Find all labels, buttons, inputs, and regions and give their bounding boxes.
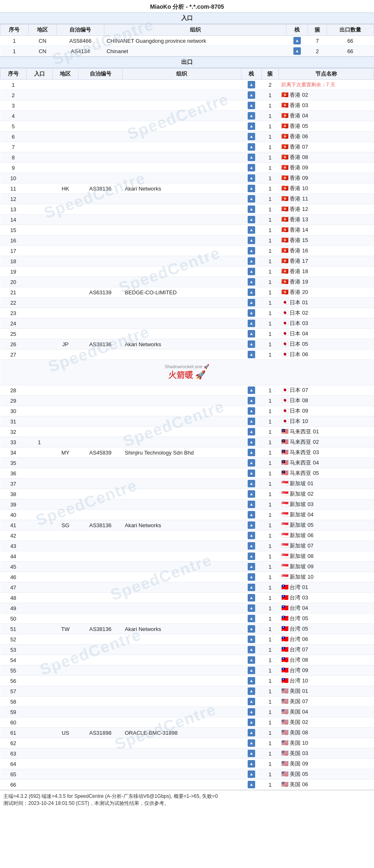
flag-icon: 🇭🇰: [281, 102, 288, 108]
flag-icon: 🇲🇾: [281, 459, 288, 466]
exit-table: 序号 入口 地区 自治编号 组织 栈 簇 节点名称 1 ▲ 2 距离下次重置剩余…: [0, 68, 374, 790]
flag-icon: 🇭🇰: [281, 185, 288, 191]
flag-icon: 🇯🇵: [281, 407, 288, 414]
exit-cell-entry: [26, 152, 52, 163]
exit-cell-region: [52, 427, 79, 437]
exit-cell-org: [122, 634, 241, 645]
exit-cell-nodename: 🇯🇵 日本 02: [279, 308, 374, 318]
flag-icon: 🇲🇾: [281, 449, 288, 455]
exit-cell-region: [52, 215, 79, 225]
exit-cell-nodename: 🇭🇰 香港 17: [279, 256, 374, 267]
exit-cell-region: [52, 121, 79, 132]
exit-cell-cluster: 1: [261, 267, 279, 277]
exit-cell-asn: [79, 173, 122, 183]
exit-cell-cluster: 1: [261, 707, 279, 717]
exit-cell-stack: ▲: [241, 748, 261, 759]
exit-cell-asn: [79, 152, 122, 163]
exit-cell-stack: ▲: [241, 665, 261, 676]
exit-cell-org: [122, 665, 241, 676]
exit-cell-entry: [26, 111, 52, 121]
exit-cell-stack: ▲: [241, 329, 261, 339]
exit-cell-asn: [79, 686, 122, 697]
stack-icon: ▲: [248, 418, 255, 425]
exit-cell-stack: ▲: [241, 489, 261, 499]
flag-icon: 🇭🇰: [281, 289, 288, 295]
exit-table-row: 59 ▲ 1 🇺🇸 美国 04: [0, 707, 374, 717]
exit-table-row: 61 US AS31898 ORACLE-BMC-31898 ▲ 1 🇺🇸 美国…: [0, 728, 374, 738]
flag-icon: 🇹🇼: [281, 625, 288, 632]
exit-cell-stack: ▲: [241, 614, 261, 624]
flag-icon: 🇲🇾: [281, 438, 288, 445]
stack-icon: ▲: [248, 604, 255, 612]
flag-icon: 🇺🇸: [281, 760, 288, 767]
flag-icon: 🇭🇰: [281, 278, 288, 285]
exit-cell-stack: ▲: [241, 339, 261, 350]
exit-cell-asn: AS38136: [79, 624, 122, 634]
exit-cell-region: [52, 318, 79, 329]
exit-cell-cluster: 1: [261, 614, 279, 624]
entry-col-org: 组织: [104, 24, 286, 36]
stack-icon: ▲: [248, 729, 255, 736]
exit-cell-org: [122, 350, 241, 360]
exit-table-row: 24 ▲ 1 🇯🇵 日本 03: [0, 318, 374, 329]
exit-cell-cluster: 1: [261, 717, 279, 728]
exit-cell-seq: 16: [0, 235, 27, 246]
exit-cell-asn: [79, 277, 122, 287]
exit-table-row: 63 ▲ 1 🇺🇸 美国 03: [0, 748, 374, 759]
exit-cell-seq: 44: [0, 551, 27, 562]
exit-cell-seq: 65: [0, 769, 27, 780]
exit-table-row: 34 MY AS45839 Shinjiru Technology Sdn Bh…: [0, 447, 374, 458]
exit-cell-seq: 63: [0, 748, 27, 759]
entry-cell-stack: ▲: [286, 36, 308, 46]
exit-table-row: 4 ▲ 1 🇭🇰 香港 04: [0, 111, 374, 121]
exit-cell-entry: [26, 728, 52, 738]
exit-cell-entry: [26, 385, 52, 396]
exit-cell-region: [52, 479, 79, 489]
flag-icon: 🇸🇬: [281, 501, 288, 507]
stack-icon: ▲: [248, 521, 255, 529]
exit-cell-seq: 58: [0, 697, 27, 707]
flag-icon: 🇭🇰: [281, 268, 288, 274]
exit-cell-org: [122, 437, 241, 447]
exit-cell-asn: [79, 707, 122, 717]
exit-cell-asn: AS31898: [79, 728, 122, 738]
exit-cell-entry: [26, 717, 52, 728]
exit-cell-org: [122, 152, 241, 163]
exit-cell-stack: ▲: [241, 90, 261, 100]
exit-cell-stack: ▲: [241, 520, 261, 531]
exit-cell-org: [122, 406, 241, 416]
exit-table-row: 65 ▲ 1 🇺🇸 美国 05: [0, 769, 374, 780]
exit-cell-cluster: 1: [261, 246, 279, 256]
exit-cell-seq: 3: [0, 100, 27, 111]
exit-table-row: 18 ▲ 1 🇭🇰 香港 17: [0, 256, 374, 267]
exit-cell-cluster: 1: [261, 520, 279, 531]
exit-cell-region: [52, 111, 79, 121]
exit-cell-entry: [26, 298, 52, 308]
flag-icon: 🇸🇬: [281, 511, 288, 518]
exit-cell-stack: ▲: [241, 769, 261, 780]
exit-cell-asn: [79, 308, 122, 318]
flag-icon: 🇺🇸: [281, 739, 288, 746]
exit-cell-org: [122, 780, 241, 790]
exit-cell-org: [122, 267, 241, 277]
exit-cell-org: [122, 572, 241, 582]
stack-icon: ▲: [248, 656, 255, 664]
exit-cell-asn: AS38136: [79, 520, 122, 531]
exit-cell-seq: 4: [0, 111, 27, 121]
exit-cell-asn: [79, 582, 122, 593]
exit-cell-stack: ▲: [241, 385, 261, 396]
exit-cell-asn: [79, 634, 122, 645]
exit-table-row: 25 ▲ 1 🇯🇵 日本 04: [0, 329, 374, 339]
exit-cell-nodename: 🇯🇵 日本 06: [279, 350, 374, 360]
exit-cell-stack: ▲: [241, 562, 261, 572]
exit-cell-region: [52, 665, 79, 676]
exit-cell-seq: 8: [0, 152, 27, 163]
exit-cell-seq: 9: [0, 163, 27, 173]
footer-line2: 测试时间：2023-10-24 18:01:50 (CST)，本测试为试验性结果…: [3, 800, 371, 807]
exit-cell-cluster: 1: [261, 634, 279, 645]
flag-icon: 🇸🇬: [281, 573, 288, 580]
flag-icon: 🇭🇰: [281, 133, 288, 139]
exit-table-row: 40 ▲ 1 🇸🇬 新加坡 04: [0, 510, 374, 520]
flag-icon: 🇯🇵: [281, 386, 288, 393]
exit-cell-entry: [26, 510, 52, 520]
